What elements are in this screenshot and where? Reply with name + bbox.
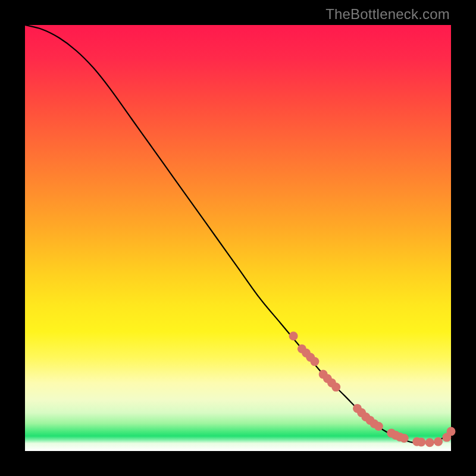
attribution-text: TheBottleneck.com <box>325 6 450 23</box>
marker-group <box>289 331 456 447</box>
marker-dot <box>425 438 434 447</box>
marker-dot <box>447 427 456 436</box>
chart-frame: TheBottleneck.com <box>0 0 476 476</box>
curve-svg <box>25 25 451 451</box>
plot-area <box>25 25 451 451</box>
marker-dot <box>416 438 425 447</box>
marker-dot <box>374 422 383 431</box>
marker-dot <box>331 383 340 392</box>
marker-dot <box>310 357 319 366</box>
marker-dot <box>289 331 298 340</box>
marker-dot <box>400 434 409 443</box>
bottleneck-curve-path <box>25 25 451 443</box>
marker-dot <box>434 437 443 446</box>
